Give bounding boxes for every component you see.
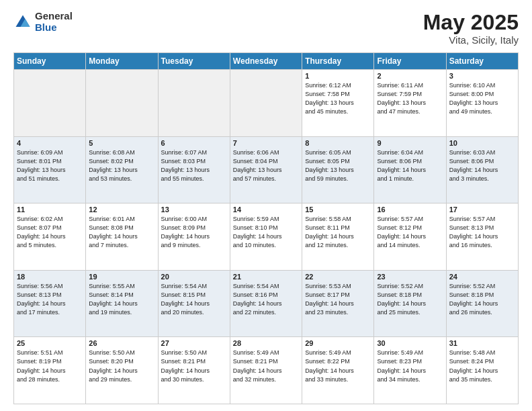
calendar-cell: 6Sunrise: 6:07 AM Sunset: 8:03 PM Daylig…: [158, 136, 230, 203]
calendar-cell: 1Sunrise: 6:12 AM Sunset: 7:58 PM Daylig…: [302, 70, 374, 137]
day-of-week-header: Friday: [374, 53, 446, 70]
calendar-cell-empty: [230, 70, 302, 137]
day-info: Sunrise: 5:51 AM Sunset: 8:19 PM Dayligh…: [17, 349, 83, 383]
calendar-cell: 22Sunrise: 5:53 AM Sunset: 8:17 PM Dayli…: [302, 270, 374, 337]
day-number: 23: [377, 273, 443, 281]
day-info: Sunrise: 5:49 AM Sunset: 8:23 PM Dayligh…: [377, 349, 443, 383]
day-number: 29: [305, 339, 371, 347]
day-info: Sunrise: 5:53 AM Sunset: 8:17 PM Dayligh…: [305, 282, 371, 317]
calendar-cell-empty: [14, 70, 86, 137]
calendar-cell: 28Sunrise: 5:49 AM Sunset: 8:21 PM Dayli…: [230, 337, 302, 404]
calendar-cell: 11Sunrise: 6:02 AM Sunset: 8:07 PM Dayli…: [14, 203, 86, 271]
day-number: 19: [89, 273, 154, 281]
day-info: Sunrise: 6:10 AM Sunset: 8:00 PM Dayligh…: [449, 81, 515, 116]
logo: General Blue: [13, 11, 73, 33]
calendar-cell: 19Sunrise: 5:55 AM Sunset: 8:14 PM Dayli…: [86, 270, 158, 337]
day-of-week-header: Thursday: [302, 53, 374, 70]
day-number: 24: [449, 273, 515, 281]
day-number: 7: [233, 139, 299, 147]
day-info: Sunrise: 5:59 AM Sunset: 8:10 PM Dayligh…: [233, 215, 299, 250]
day-number: 10: [449, 139, 515, 147]
day-of-week-header: Saturday: [446, 53, 518, 70]
calendar-week-row: 1Sunrise: 6:12 AM Sunset: 7:58 PM Daylig…: [14, 70, 519, 137]
calendar-week-row: 11Sunrise: 6:02 AM Sunset: 8:07 PM Dayli…: [14, 203, 519, 271]
calendar-cell: 17Sunrise: 5:57 AM Sunset: 8:13 PM Dayli…: [446, 203, 518, 271]
day-number: 22: [305, 273, 371, 281]
day-info: Sunrise: 5:49 AM Sunset: 8:21 PM Dayligh…: [233, 349, 299, 383]
day-number: 26: [89, 339, 154, 347]
day-info: Sunrise: 5:50 AM Sunset: 8:20 PM Dayligh…: [89, 349, 154, 383]
title-block: May 2025 Vita, Sicily, Italy: [423, 11, 519, 46]
day-info: Sunrise: 6:02 AM Sunset: 8:07 PM Dayligh…: [17, 215, 83, 250]
calendar-header-row: SundayMondayTuesdayWednesdayThursdayFrid…: [14, 53, 519, 70]
day-number: 16: [377, 205, 443, 214]
calendar-week-row: 18Sunrise: 5:56 AM Sunset: 8:13 PM Dayli…: [14, 270, 519, 337]
day-info: Sunrise: 6:09 AM Sunset: 8:01 PM Dayligh…: [17, 148, 83, 183]
day-info: Sunrise: 5:56 AM Sunset: 8:13 PM Dayligh…: [17, 282, 83, 317]
day-number: 18: [17, 273, 83, 281]
calendar-cell: 23Sunrise: 5:52 AM Sunset: 8:18 PM Dayli…: [374, 270, 446, 337]
calendar-cell: 27Sunrise: 5:50 AM Sunset: 8:21 PM Dayli…: [158, 337, 230, 404]
calendar-cell: 5Sunrise: 6:08 AM Sunset: 8:02 PM Daylig…: [86, 136, 158, 203]
day-info: Sunrise: 6:03 AM Sunset: 8:06 PM Dayligh…: [449, 148, 515, 183]
day-info: Sunrise: 5:54 AM Sunset: 8:16 PM Dayligh…: [233, 282, 299, 317]
day-of-week-header: Monday: [86, 53, 158, 70]
calendar-cell: 12Sunrise: 6:01 AM Sunset: 8:08 PM Dayli…: [86, 203, 158, 271]
day-number: 20: [161, 273, 227, 281]
calendar-week-row: 4Sunrise: 6:09 AM Sunset: 8:01 PM Daylig…: [14, 136, 519, 203]
day-info: Sunrise: 6:05 AM Sunset: 8:05 PM Dayligh…: [305, 148, 371, 183]
calendar-cell: 20Sunrise: 5:54 AM Sunset: 8:15 PM Dayli…: [158, 270, 230, 337]
day-info: Sunrise: 6:01 AM Sunset: 8:08 PM Dayligh…: [89, 215, 154, 250]
day-number: 1: [305, 72, 371, 80]
calendar-cell: 2Sunrise: 6:11 AM Sunset: 7:59 PM Daylig…: [374, 70, 446, 137]
day-number: 11: [17, 205, 83, 214]
day-number: 4: [17, 139, 83, 147]
day-number: 5: [89, 139, 154, 147]
logo-general-label: General: [35, 11, 73, 22]
title-month: May 2025: [423, 11, 519, 34]
day-info: Sunrise: 6:06 AM Sunset: 8:04 PM Dayligh…: [233, 148, 299, 183]
day-of-week-header: Sunday: [14, 53, 86, 70]
day-number: 15: [305, 205, 371, 214]
calendar-cell: 24Sunrise: 5:52 AM Sunset: 8:18 PM Dayli…: [446, 270, 518, 337]
calendar-cell: 10Sunrise: 6:03 AM Sunset: 8:06 PM Dayli…: [446, 136, 518, 203]
day-number: 8: [305, 139, 371, 147]
header: General Blue May 2025 Vita, Sicily, Ital…: [13, 11, 519, 46]
logo-blue-label: Blue: [35, 22, 73, 34]
day-number: 9: [377, 139, 443, 147]
calendar-cell: 29Sunrise: 5:49 AM Sunset: 8:22 PM Dayli…: [302, 337, 374, 404]
day-number: 30: [377, 339, 443, 347]
day-of-week-header: Tuesday: [158, 53, 230, 70]
day-info: Sunrise: 6:04 AM Sunset: 8:06 PM Dayligh…: [377, 148, 443, 183]
day-info: Sunrise: 5:54 AM Sunset: 8:15 PM Dayligh…: [161, 282, 227, 317]
calendar-cell: 14Sunrise: 5:59 AM Sunset: 8:10 PM Dayli…: [230, 203, 302, 271]
calendar-cell: 4Sunrise: 6:09 AM Sunset: 8:01 PM Daylig…: [14, 136, 86, 203]
calendar-cell: 3Sunrise: 6:10 AM Sunset: 8:00 PM Daylig…: [446, 70, 518, 137]
calendar-cell: 31Sunrise: 5:48 AM Sunset: 8:24 PM Dayli…: [446, 337, 518, 404]
day-info: Sunrise: 5:57 AM Sunset: 8:12 PM Dayligh…: [377, 215, 443, 250]
logo-text: General Blue: [35, 11, 73, 33]
calendar-cell-empty: [158, 70, 230, 137]
day-info: Sunrise: 5:58 AM Sunset: 8:11 PM Dayligh…: [305, 215, 371, 250]
logo-icon: [13, 13, 32, 32]
day-number: 21: [233, 273, 299, 281]
day-info: Sunrise: 5:52 AM Sunset: 8:18 PM Dayligh…: [377, 282, 443, 317]
day-number: 13: [161, 205, 227, 214]
calendar-cell: 26Sunrise: 5:50 AM Sunset: 8:20 PM Dayli…: [86, 337, 158, 404]
calendar-cell: 13Sunrise: 6:00 AM Sunset: 8:09 PM Dayli…: [158, 203, 230, 271]
title-location: Vita, Sicily, Italy: [423, 34, 519, 46]
day-number: 3: [449, 72, 515, 80]
calendar-cell: 16Sunrise: 5:57 AM Sunset: 8:12 PM Dayli…: [374, 203, 446, 271]
day-number: 25: [17, 339, 83, 347]
day-info: Sunrise: 5:55 AM Sunset: 8:14 PM Dayligh…: [89, 282, 154, 317]
calendar-cell: 30Sunrise: 5:49 AM Sunset: 8:23 PM Dayli…: [374, 337, 446, 404]
day-number: 17: [449, 205, 515, 214]
day-number: 14: [233, 205, 299, 214]
calendar-cell: 21Sunrise: 5:54 AM Sunset: 8:16 PM Dayli…: [230, 270, 302, 337]
day-of-week-header: Wednesday: [230, 53, 302, 70]
day-number: 2: [377, 72, 443, 80]
day-info: Sunrise: 5:49 AM Sunset: 8:22 PM Dayligh…: [305, 349, 371, 383]
calendar-week-row: 25Sunrise: 5:51 AM Sunset: 8:19 PM Dayli…: [14, 337, 519, 404]
calendar-cell: 25Sunrise: 5:51 AM Sunset: 8:19 PM Dayli…: [14, 337, 86, 404]
day-number: 27: [161, 339, 227, 347]
